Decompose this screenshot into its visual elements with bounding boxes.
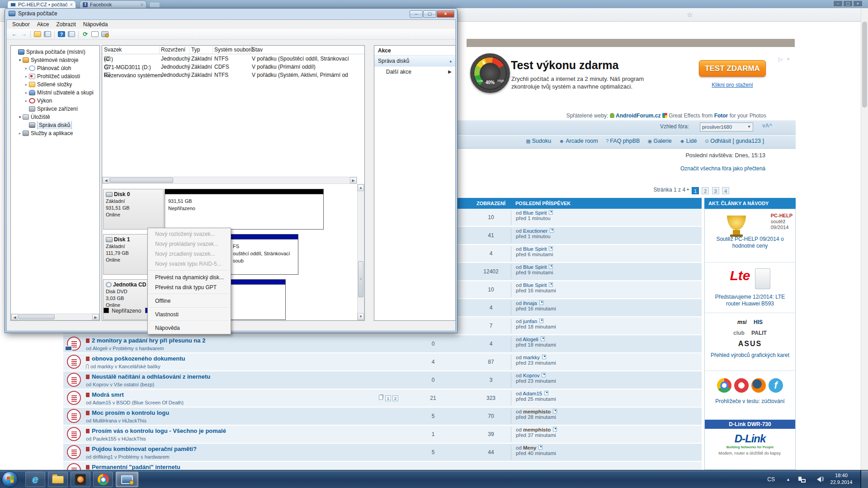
computer-management-window[interactable]: Správa počítače – ▢ × Soubor Akce Zobraz… bbox=[5, 8, 458, 333]
menu-zobrazit[interactable]: Zobrazit bbox=[52, 21, 79, 28]
ad-close-icon[interactable]: × bbox=[787, 56, 790, 62]
tree-hscrollbar[interactable]: ◀ ▶ bbox=[11, 314, 99, 320]
last-author-link[interactable]: memphisto bbox=[523, 409, 551, 414]
topic-forum-link[interactable]: HiJackThis bbox=[122, 436, 146, 441]
nav-faq[interactable]: FAQ phpBB bbox=[610, 138, 640, 144]
refresh-icon[interactable]: ⟳ bbox=[81, 30, 90, 38]
last-author-link[interactable]: Alogeli bbox=[523, 337, 538, 342]
goto-post-icon[interactable] bbox=[549, 264, 553, 269]
new-tab-button[interactable] bbox=[149, 2, 160, 8]
tree-item-sprava-pocitace[interactable]: Správa počítače (místní) bbox=[11, 48, 99, 56]
topic-forum-link[interactable]: BSOD (Blue Screen Of Death) bbox=[116, 400, 184, 405]
volume-row-d[interactable]: G71-MGD3011 (D:) Jednoduchý Základní CDF… bbox=[102, 63, 364, 71]
topic-title-link[interactable]: Prosím vás o kontrolu logu - Všechno je … bbox=[92, 427, 226, 434]
sidebar-item-browsers[interactable]: f Prohlížeče v testu: zúčtování bbox=[705, 371, 795, 420]
goto-post-icon[interactable] bbox=[550, 228, 554, 233]
last-author-link[interactable]: memphisto bbox=[523, 427, 551, 432]
goto-post-icon[interactable] bbox=[541, 337, 545, 341]
forward-button-icon[interactable]: → bbox=[19, 30, 28, 38]
scrollbar-thumb[interactable] bbox=[110, 178, 173, 183]
fotor-link[interactable]: Fotor bbox=[714, 113, 728, 119]
volume-list-hscrollbar[interactable]: ◀ ▶ bbox=[102, 177, 357, 184]
sidebar-item-contest[interactable]: PC-HELP soutěž 09/2014 Soutěž PC-HELP 09… bbox=[705, 209, 795, 263]
export-list-icon[interactable] bbox=[34, 31, 41, 37]
scrollbar-thumb[interactable] bbox=[19, 314, 55, 319]
topic-page-1[interactable]: 1 bbox=[385, 395, 391, 401]
goto-post-icon[interactable] bbox=[539, 319, 543, 323]
show-console-tree-icon[interactable] bbox=[44, 31, 51, 37]
topic-author-link[interactable]: Koprov bbox=[93, 382, 108, 387]
sidebar-item-gpu[interactable]: msi HIS club PALIT ASUS Přehled výrobců … bbox=[705, 313, 795, 371]
mark-all-read-link[interactable]: Označit všechna fóra jako přečtená bbox=[588, 165, 765, 172]
last-author-link[interactable]: Adam15 bbox=[523, 391, 542, 396]
topic-forum-link[interactable]: Vše ostatní (bezp) bbox=[114, 382, 154, 387]
menu-item-offline[interactable]: Offline bbox=[148, 296, 231, 306]
scroll-down-icon[interactable]: ▼ bbox=[358, 313, 364, 320]
topic-row[interactable]: 2 monitory a padání hry při přesunu na 2… bbox=[63, 335, 702, 352]
menu-akce[interactable]: Akce bbox=[33, 21, 53, 28]
goto-post-icon[interactable] bbox=[553, 409, 557, 413]
scroll-left-icon[interactable]: ◀ bbox=[11, 314, 18, 320]
collapse-icon[interactable]: ▸ bbox=[24, 89, 29, 97]
volume-row-c[interactable]: (C:) Jednoduchý Základní NTFS V pořádku … bbox=[102, 55, 364, 63]
nav-logout[interactable]: Odhlásit [ gunda123 ] bbox=[710, 138, 764, 144]
taskbar-computer-management-button[interactable] bbox=[116, 472, 138, 487]
goto-post-icon[interactable] bbox=[549, 282, 553, 287]
taskbar-explorer-button[interactable] bbox=[48, 472, 68, 487]
tree-item-spravce-zarizeni[interactable]: Správce zařízení bbox=[11, 105, 99, 113]
browser-tab-facebook[interactable]: f Facebook × bbox=[80, 0, 146, 8]
window-minimize-button[interactable]: – bbox=[410, 10, 423, 18]
goto-post-icon[interactable] bbox=[538, 445, 542, 450]
last-author-link[interactable]: Blue Spirit bbox=[523, 210, 547, 216]
tray-network-icon[interactable] bbox=[798, 470, 806, 488]
browser-minimize-button[interactable]: – bbox=[833, 0, 843, 7]
scroll-right-icon[interactable]: ▶ bbox=[92, 314, 99, 320]
gpu-link[interactable]: Přehled výrobců grafických karet bbox=[708, 352, 793, 359]
browsers-link[interactable]: Prohlížeče v testu: zúčtování bbox=[708, 398, 793, 405]
ad-test-button[interactable]: TEST ZDARMA bbox=[699, 60, 766, 77]
topic-row[interactable]: Pujdou kombinovat operační paměti? od dr… bbox=[63, 444, 702, 461]
window-close-button[interactable]: × bbox=[437, 10, 454, 18]
collapse-icon[interactable]: ▸ bbox=[24, 80, 29, 89]
tray-show-hidden-icons[interactable]: ▲ bbox=[786, 470, 790, 488]
topic-author-link[interactable]: Alogeli bbox=[93, 346, 108, 351]
start-button[interactable] bbox=[2, 471, 18, 488]
volume-row-reserved[interactable]: Rezervováno systémem Jednoduchý Základní… bbox=[102, 71, 364, 80]
topic-title-link[interactable]: Moc prosím o kontrolu logu bbox=[92, 409, 169, 416]
tree-item-planovac-uloh[interactable]: ▸Plánovač úloh bbox=[11, 64, 99, 72]
font-size-control-icon[interactable]: vA^ bbox=[762, 122, 772, 129]
collapse-group-icon[interactable]: ▴ bbox=[449, 56, 452, 66]
scroll-up-icon[interactable]: ▲ bbox=[358, 184, 364, 191]
tray-language[interactable]: CS bbox=[767, 470, 775, 488]
topic-row[interactable]: Moc prosím o kontrolu logu od MultiHrana… bbox=[63, 408, 702, 425]
show-action-pane-icon[interactable] bbox=[68, 31, 75, 37]
settings-icon[interactable] bbox=[101, 31, 108, 37]
col-rozvrzeni[interactable]: Rozvržení bbox=[161, 47, 185, 53]
tree-item-sluzby-aplikace[interactable]: ▸Služby a aplikace bbox=[11, 129, 99, 137]
disk0-unallocated-partition[interactable]: 931,51 GBNepřiřazeno bbox=[165, 189, 324, 230]
menu-item-prevest-dynamicky[interactable]: Převést na dynamický disk... bbox=[148, 272, 231, 282]
contest-link[interactable]: Soutěž PC-HELP 09/2014 o hodnotné ceny bbox=[708, 236, 793, 249]
disk-view-vscrollbar[interactable]: ▲ ≡ ▼ bbox=[357, 184, 364, 320]
goto-post-icon[interactable] bbox=[549, 246, 553, 251]
page-1-button[interactable]: 1 bbox=[692, 187, 699, 194]
sidebar-item-lte[interactable]: Lte Představujeme 12/2014: LTE router Hu… bbox=[705, 263, 795, 313]
topic-author-link[interactable]: driftking1 bbox=[93, 454, 113, 460]
last-author-link[interactable]: Exuctioner bbox=[523, 228, 547, 234]
topic-author-link[interactable]: MultiHrana bbox=[93, 418, 117, 423]
topic-title-link[interactable]: Modrá smrt bbox=[92, 391, 124, 398]
sidebar-item-dlink[interactable]: D-Link DWR-730 D-Link Building Networks … bbox=[705, 420, 795, 469]
tree-item-uloziste[interactable]: ▾Úložiště bbox=[11, 113, 99, 121]
topic-forum-link[interactable]: Problémy s hardwarem bbox=[118, 454, 170, 460]
menu-item-vlastnosti[interactable]: Vlastnosti bbox=[148, 310, 231, 319]
col-stav[interactable]: Stav bbox=[252, 47, 263, 53]
goto-post-icon[interactable] bbox=[553, 427, 557, 432]
goto-post-icon[interactable] bbox=[542, 355, 546, 359]
col-svazek[interactable]: Svazek bbox=[104, 47, 122, 53]
page-scrollbar[interactable] bbox=[861, 8, 868, 470]
properties-icon[interactable] bbox=[91, 31, 99, 37]
taskbar-chrome-button[interactable] bbox=[93, 472, 113, 487]
topic-row[interactable]: Modrá smrt od Adam15 v BSOD (Blue Screen… bbox=[63, 389, 702, 407]
back-button-icon[interactable]: ← bbox=[10, 30, 19, 38]
collapse-icon[interactable]: ▸ bbox=[24, 97, 29, 105]
